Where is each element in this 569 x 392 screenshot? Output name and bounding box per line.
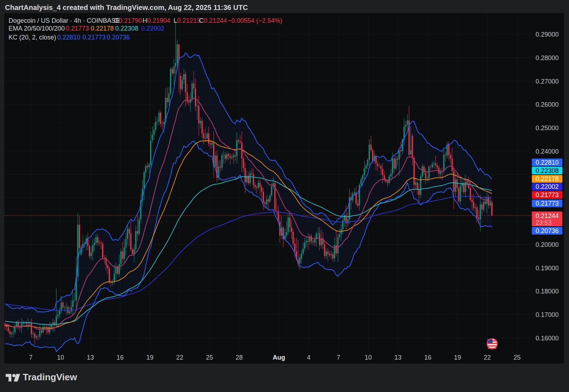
svg-text:0.29000: 0.29000 [536, 31, 559, 38]
svg-text:23:53: 23:53 [536, 219, 552, 226]
svg-text:0.24000: 0.24000 [536, 148, 559, 155]
svg-text:0.27000: 0.27000 [536, 78, 559, 85]
svg-text:O0.21790: O0.21790 [114, 17, 142, 24]
svg-text:Dogecoin / US Dollar · 4h · CO: Dogecoin / US Dollar · 4h · COINBASE [9, 17, 120, 24]
svg-text:28: 28 [236, 354, 243, 361]
svg-text:4: 4 [307, 354, 310, 361]
svg-text:0.25000: 0.25000 [536, 125, 559, 132]
svg-text:0.21244: 0.21244 [536, 212, 559, 219]
svg-text:0.22810: 0.22810 [536, 159, 559, 166]
svg-text:10: 10 [365, 354, 372, 361]
svg-text:0.21773: 0.21773 [536, 191, 559, 198]
svg-text:Aug: Aug [273, 354, 285, 361]
svg-text:25: 25 [514, 354, 521, 361]
svg-text:13: 13 [394, 354, 402, 361]
svg-text:0.21773: 0.21773 [536, 200, 559, 207]
svg-text:TradingView: TradingView [23, 372, 77, 382]
svg-text:16: 16 [424, 354, 431, 361]
svg-text:25: 25 [206, 354, 213, 361]
svg-text:7: 7 [29, 354, 33, 361]
svg-text:13: 13 [87, 354, 94, 361]
svg-text:0.22178: 0.22178 [536, 175, 559, 182]
svg-text:0.20736: 0.20736 [107, 34, 130, 41]
svg-text:KC (20, 2, close): KC (20, 2, close) [9, 34, 56, 41]
svg-text:0.20736: 0.20736 [536, 227, 559, 234]
svg-text:H0.21904: H0.21904 [143, 17, 170, 24]
svg-text:0.22308: 0.22308 [536, 167, 559, 174]
svg-text:0.20000: 0.20000 [536, 241, 559, 248]
svg-text:0.21773: 0.21773 [83, 34, 106, 41]
svg-text:0.16000: 0.16000 [536, 335, 559, 342]
svg-text:ChartAnalysis_4 created with T: ChartAnalysis_4 created with TradingView… [5, 4, 248, 11]
svg-text:0.19000: 0.19000 [536, 265, 559, 272]
svg-text:0.21773: 0.21773 [66, 25, 89, 32]
svg-text:0.22810: 0.22810 [57, 34, 80, 41]
svg-text:−0.00554 (−2.54%): −0.00554 (−2.54%) [228, 17, 282, 24]
svg-text:7: 7 [337, 354, 340, 361]
svg-text:0.22002: 0.22002 [536, 183, 559, 190]
svg-text:0.22308: 0.22308 [115, 25, 138, 32]
svg-text:0.22178: 0.22178 [91, 25, 114, 32]
svg-text:16: 16 [117, 354, 124, 361]
svg-text:19: 19 [146, 354, 153, 361]
svg-text:22: 22 [176, 354, 183, 361]
svg-text:19: 19 [454, 354, 461, 361]
svg-text:0.28000: 0.28000 [536, 54, 559, 62]
svg-text:0.26000: 0.26000 [536, 101, 559, 108]
svg-text:C0.21244: C0.21244 [199, 17, 227, 24]
svg-text:0.18000: 0.18000 [536, 288, 559, 295]
svg-text:0.17000: 0.17000 [536, 311, 559, 318]
svg-text:EMA 20/50/100/200: EMA 20/50/100/200 [9, 25, 65, 32]
svg-text:0.22002: 0.22002 [141, 25, 164, 32]
svg-text:22: 22 [484, 354, 491, 361]
svg-text:L0.21213: L0.21213 [174, 17, 200, 24]
svg-text:10: 10 [57, 354, 64, 361]
